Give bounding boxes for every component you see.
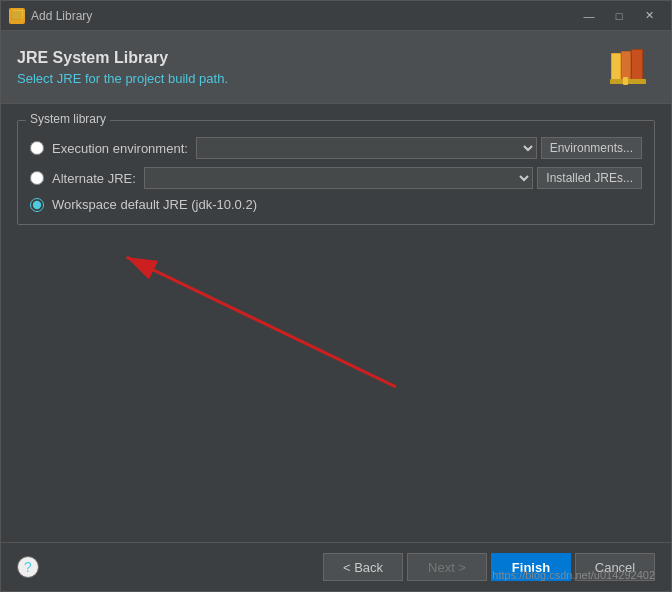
svg-line-12 [127, 257, 396, 387]
alternate-jre-label: Alternate JRE: [52, 171, 136, 186]
header-icon [607, 43, 655, 91]
workspace-default-radio[interactable] [30, 198, 44, 212]
workspace-default-label: Workspace default JRE (jdk-10.0.2) [52, 197, 257, 212]
group-box-legend: System library [26, 112, 110, 126]
header-title: JRE System Library [17, 49, 228, 67]
alternate-jre-row: Alternate JRE: Installed JREs... [30, 167, 642, 189]
execution-environment-combo-wrapper: Environments... [196, 137, 642, 159]
content: System library Execution environment: En… [1, 104, 671, 542]
title-bar-text: Add Library [31, 9, 575, 23]
header-subtitle: Select JRE for the project build path. [17, 71, 228, 86]
footer: ? < Back Next > Finish Cancel [1, 542, 671, 591]
footer-wrapper: ? < Back Next > Finish Cancel https://bl… [1, 542, 671, 591]
title-bar: Add Library — □ ✕ [1, 1, 671, 31]
svg-rect-8 [632, 50, 642, 82]
minimize-button[interactable]: — [575, 6, 603, 26]
system-library-group: System library Execution environment: En… [17, 120, 655, 225]
svg-rect-4 [612, 54, 620, 82]
svg-rect-10 [623, 77, 628, 85]
alternate-jre-select[interactable] [144, 167, 533, 189]
help-button[interactable]: ? [17, 556, 39, 578]
execution-environment-label: Execution environment: [52, 141, 188, 156]
footer-url: https://blog.csdn.net/u014292402 [492, 569, 655, 581]
alternate-jre-combo-wrapper: Installed JREs... [144, 167, 642, 189]
installed-jres-button[interactable]: Installed JREs... [537, 167, 642, 189]
next-button[interactable]: Next > [407, 553, 487, 581]
execution-environment-radio[interactable] [30, 141, 44, 155]
window-icon [9, 8, 25, 24]
title-bar-controls: — □ ✕ [575, 6, 663, 26]
header: JRE System Library Select JRE for the pr… [1, 31, 671, 104]
execution-environment-row: Execution environment: Environments... [30, 137, 642, 159]
alternate-jre-radio[interactable] [30, 171, 44, 185]
header-text: JRE System Library Select JRE for the pr… [17, 49, 228, 86]
workspace-default-row: Workspace default JRE (jdk-10.0.2) [30, 197, 642, 212]
maximize-button[interactable]: □ [605, 6, 633, 26]
window: Add Library — □ ✕ JRE System Library Sel… [0, 0, 672, 592]
execution-environment-select[interactable] [196, 137, 537, 159]
close-button[interactable]: ✕ [635, 6, 663, 26]
environments-button[interactable]: Environments... [541, 137, 642, 159]
back-button[interactable]: < Back [323, 553, 403, 581]
arrow-annotation [17, 237, 655, 417]
svg-rect-2 [12, 11, 22, 19]
arrow-svg [17, 237, 655, 417]
